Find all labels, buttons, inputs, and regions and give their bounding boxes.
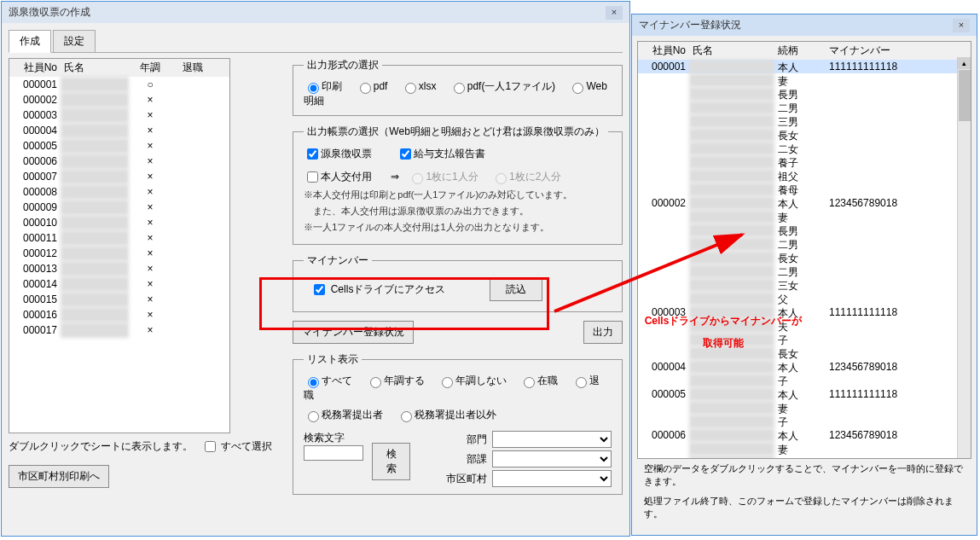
- employee-row[interactable]: 000004 ×: [9, 123, 229, 138]
- mynumber-row[interactable]: 二男: [638, 101, 971, 114]
- scroll-thumb[interactable]: [959, 70, 971, 121]
- mynumber-row[interactable]: 妻: [638, 442, 971, 456]
- fmt-xlsx[interactable]: xlsx: [401, 80, 437, 92]
- ld-tax[interactable]: 税務署提出者: [304, 409, 383, 421]
- fmt-pdf[interactable]: pdf: [356, 80, 388, 92]
- employee-row[interactable]: 000003 ×: [9, 107, 229, 123]
- per2-radio: 1枚に2人分: [491, 171, 561, 183]
- city-print-button[interactable]: 市区町村別印刷へ: [9, 465, 109, 488]
- employee-row[interactable]: 000006 ×: [9, 154, 229, 169]
- fmt-print[interactable]: 印刷: [304, 80, 342, 92]
- ld-donen[interactable]: 年調する: [366, 375, 425, 386]
- employee-row[interactable]: 000008 ×: [9, 184, 229, 200]
- list-display-legend: リスト表示: [304, 352, 362, 367]
- search-label: 検索文字: [304, 431, 363, 445]
- employee-row[interactable]: 000014 ×: [9, 276, 229, 292]
- list-display-group: リスト表示 すべて 年調する 年調しない 在職 退職 税務署提出者 税務署提出者…: [293, 352, 623, 495]
- employee-row[interactable]: 000002 ×: [9, 92, 229, 107]
- mynumber-row[interactable]: 長女: [638, 128, 971, 142]
- chk-kyuyo[interactable]: 給与支払報告書: [397, 148, 485, 160]
- search-input[interactable]: [304, 445, 363, 461]
- output-format-group: 出力形式の選択 印刷 pdf xlsx pdf(一人1ファイル) Web明細: [293, 58, 623, 116]
- mynumber-title: マイナンバー登録状況: [639, 18, 741, 32]
- dept-select[interactable]: [492, 431, 612, 448]
- employee-row[interactable]: 000007 ×: [9, 169, 229, 184]
- employee-row[interactable]: 000001 ○: [9, 77, 229, 92]
- mynumber-row[interactable]: 子: [638, 374, 971, 387]
- col-name: 氏名: [61, 59, 129, 77]
- employee-row[interactable]: 000012 ×: [9, 246, 229, 261]
- scroll-up-icon[interactable]: ▴: [958, 57, 971, 69]
- search-button[interactable]: 検索: [372, 443, 410, 480]
- employee-row[interactable]: 000016 ×: [9, 307, 229, 322]
- gensen-titlebar: 源泉徴収票の作成 ×: [2, 2, 629, 23]
- mynumber-row[interactable]: 000001 本人111111111118: [638, 60, 971, 73]
- col-nen: 年調: [129, 59, 171, 77]
- mynumber-row[interactable]: 養母: [638, 183, 971, 196]
- footnote2: 処理ファイル終了時、このフォームで登録したマイナンバーは削除されます。: [637, 491, 971, 524]
- select-all-check[interactable]: すべて選択: [201, 440, 272, 452]
- employee-row[interactable]: 000011 ×: [9, 230, 229, 246]
- mn-status-button[interactable]: マイナンバー登録状況: [293, 321, 414, 344]
- employee-row[interactable]: 000017 ×: [9, 322, 229, 338]
- tab-create[interactable]: 作成: [9, 30, 51, 53]
- footnote1: 空欄のデータをダブルクリックすることで、マイナンバーを一時的に登録できます。: [637, 459, 971, 491]
- mynumber-row[interactable]: 三男: [638, 114, 971, 128]
- output-format-legend: 出力形式の選択: [304, 58, 382, 73]
- city-select[interactable]: [492, 470, 612, 487]
- employee-table[interactable]: 社員No 氏名 年調 退職 000001 ○000002 ×000003 ×00…: [9, 58, 230, 433]
- dblclick-hint: ダブルクリックでシートに表示します。: [9, 440, 193, 452]
- mynumber-row[interactable]: 000002 本人123456789018: [638, 196, 971, 210]
- employee-row[interactable]: 000005 ×: [9, 138, 229, 154]
- per1-radio: 1枚に1人分: [408, 171, 478, 183]
- mynumber-legend: マイナンバー: [304, 253, 372, 268]
- mynumber-row[interactable]: 養子: [638, 155, 971, 169]
- scrollbar[interactable]: ▴: [957, 57, 971, 458]
- note1b: また、本人交付用は源泉徴収票のみ出力できます。: [304, 205, 612, 218]
- mynumber-row[interactable]: 000005 本人111111111118: [638, 387, 971, 401]
- mynumber-row[interactable]: 養父: [638, 456, 971, 459]
- mynumber-row[interactable]: 祖父: [638, 169, 971, 183]
- mynumber-row[interactable]: 子: [638, 415, 971, 428]
- col-tai: 退職: [171, 59, 214, 77]
- close-icon[interactable]: ×: [953, 19, 970, 32]
- mynumber-row[interactable]: 長男: [638, 87, 971, 101]
- chk-honnin[interactable]: 本人交付用: [304, 171, 372, 183]
- select-all-checkbox[interactable]: [205, 441, 216, 452]
- mynumber-header: 社員No 氏名 続柄 マイナンバー: [638, 42, 971, 60]
- employee-row[interactable]: 000010 ×: [9, 215, 229, 230]
- callout: Cellsドライブからマイナンバーが 取得可能: [561, 307, 885, 351]
- output-report-legend: 出力帳票の選択（Web明細と明細おとどけ君は源泉徴収票のみ）: [304, 125, 607, 139]
- mynumber-row[interactable]: 妻: [638, 401, 971, 415]
- mynumber-row[interactable]: 妻: [638, 73, 971, 87]
- note1: ※本人交付用は印刷とpdf(一人1ファイル)のみ対応しています。: [304, 189, 612, 201]
- ld-all[interactable]: すべて: [304, 375, 352, 386]
- mynumber-row[interactable]: 妻: [638, 210, 971, 224]
- sect-select[interactable]: [492, 450, 612, 467]
- ld-nonen[interactable]: 年調しない: [438, 375, 507, 386]
- tabs: 作成 設定: [9, 30, 623, 53]
- employee-header: 社員No 氏名 年調 退職: [9, 59, 229, 77]
- cells-access-check[interactable]: Cellsドライブにアクセス: [310, 282, 445, 298]
- chk-gensen[interactable]: 源泉徴収票: [304, 148, 372, 160]
- mynumber-row[interactable]: 000004 本人123456789018: [638, 360, 971, 374]
- gensen-title: 源泉徴収票の作成: [9, 5, 90, 20]
- mynumber-row[interactable]: 000006 本人123456789018: [638, 428, 971, 442]
- mynumber-titlebar: マイナンバー登録状況 ×: [632, 15, 977, 36]
- mynumber-row[interactable]: 二女: [638, 142, 971, 155]
- employee-row[interactable]: 000015 ×: [9, 292, 229, 307]
- close-icon[interactable]: ×: [606, 6, 623, 20]
- svg-line-0: [554, 235, 742, 311]
- employee-row[interactable]: 000009 ×: [9, 200, 229, 215]
- col-no: 社員No: [9, 59, 61, 77]
- ld-injob[interactable]: 在職: [519, 375, 558, 386]
- employee-row[interactable]: 000013 ×: [9, 261, 229, 276]
- ld-taxother[interactable]: 税務署提出者以外: [397, 409, 496, 421]
- tab-settings[interactable]: 設定: [53, 30, 96, 52]
- fmt-pdf1[interactable]: pdf(一人1ファイル): [449, 80, 555, 92]
